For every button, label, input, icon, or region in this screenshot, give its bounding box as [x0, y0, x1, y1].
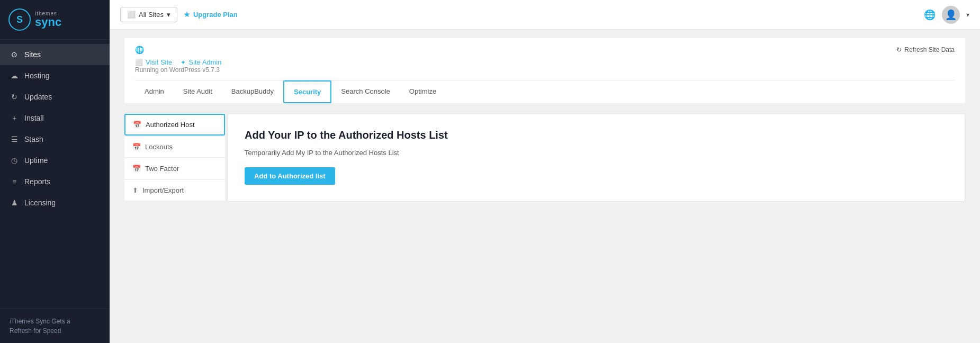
sidebar-item-stash[interactable]: ☰ Stash: [0, 129, 110, 150]
licensing-icon: ♟: [10, 198, 19, 207]
visit-site-label: Visit Site: [146, 58, 172, 66]
refresh-site-data-button[interactable]: ↻ Refresh Site Data: [896, 46, 955, 53]
sidebar-item-uptime-label: Uptime: [24, 156, 48, 165]
tab-optimize[interactable]: Optimize: [400, 81, 446, 103]
avatar-person-icon: 👤: [945, 9, 957, 21]
sidebar-item-sites[interactable]: ⊙ Sites: [0, 44, 110, 65]
authorized-host-label: Authorized Host: [146, 121, 195, 129]
sec-nav-lockouts[interactable]: 📅 Lockouts: [124, 137, 225, 157]
tab-site-audit[interactable]: Site Audit: [174, 81, 222, 103]
panel-title: Add Your IP to the Authorized Hosts List: [245, 129, 948, 141]
sidebar-item-stash-label: Stash: [24, 135, 43, 143]
site-admin-label: Site Admin: [188, 58, 221, 66]
site-globe-icon: 🌐: [135, 46, 144, 54]
logo-sync-text: sync: [35, 16, 61, 28]
site-globe-area: 🌐: [135, 46, 144, 54]
sidebar: S ithemes sync ⊙ Sites ☁ Hosting ↻ Updat…: [0, 0, 110, 343]
sidebar-item-updates[interactable]: ↻ Updates: [0, 86, 110, 107]
site-header-actions: ⬜ Visit Site ✦ Site Admin: [135, 58, 955, 66]
tabs-bar: Admin Site Audit BackupBuddy Security Se…: [135, 80, 955, 103]
two-factor-label: Two Factor: [145, 165, 179, 173]
sec-nav-two-factor[interactable]: 📅 Two Factor: [124, 158, 225, 179]
sidebar-item-sites-label: Sites: [24, 50, 41, 59]
sidebar-nav: ⊙ Sites ☁ Hosting ↻ Updates + Install ☰ …: [0, 40, 110, 309]
sec-nav-authorized-host[interactable]: 📅 Authorized Host: [124, 114, 225, 136]
security-sidebar: 📅 Authorized Host 📅 Lockouts 📅 Two Facto…: [124, 114, 225, 202]
site-admin-link[interactable]: ✦ Site Admin: [181, 58, 221, 66]
reports-icon: ≡: [10, 177, 19, 186]
tab-search-console[interactable]: Search Console: [331, 81, 400, 103]
dropdown-caret-icon: ▾: [167, 11, 170, 19]
sites-icon: ⊙: [10, 50, 19, 59]
updates-icon: ↻: [10, 92, 19, 102]
hosting-icon: ☁: [10, 71, 19, 80]
import-export-label: Import/Export: [142, 186, 184, 194]
refresh-label: Refresh Site Data: [904, 46, 955, 53]
sidebar-item-licensing[interactable]: ♟ Licensing: [0, 192, 110, 213]
sidebar-item-updates-label: Updates: [24, 93, 52, 101]
site-header: 🌐 ↻ Refresh Site Data ⬜ Visit Site ✦ Sit…: [124, 38, 965, 103]
user-dropdown-arrow[interactable]: ▾: [966, 11, 969, 19]
uptime-icon: ◷: [10, 156, 19, 165]
sidebar-item-reports-label: Reports: [24, 177, 50, 186]
content-area: 🌐 ↻ Refresh Site Data ⬜ Visit Site ✦ Sit…: [110, 30, 980, 343]
sidebar-item-hosting-label: Hosting: [24, 71, 49, 80]
sec-nav-import-export[interactable]: ⬆ Import/Export: [124, 180, 225, 201]
tab-admin[interactable]: Admin: [135, 81, 174, 103]
site-header-card: 🌐 ↻ Refresh Site Data ⬜ Visit Site ✦ Sit…: [124, 38, 965, 103]
sidebar-footer: iThemes Sync Gets a Refresh for Speed: [0, 309, 110, 343]
stash-icon: ☰: [10, 134, 19, 144]
tab-backupbuddy[interactable]: BackupBuddy: [222, 81, 283, 103]
security-body: 📅 Authorized Host 📅 Lockouts 📅 Two Facto…: [124, 103, 965, 202]
panel-subtitle: Temporarily Add My IP to the Authorized …: [245, 149, 948, 157]
visit-site-link[interactable]: ⬜ Visit Site: [135, 58, 172, 66]
upgrade-label: Upgrade Plan: [193, 11, 238, 19]
topbar: ⬜ All Sites ▾ ★ Upgrade Plan 🌐 👤 ▾: [110, 0, 980, 30]
browser-icon: ⬜: [127, 11, 136, 19]
logo-icon: S: [8, 8, 31, 31]
import-export-icon: ⬆: [132, 186, 138, 194]
security-panel: Add Your IP to the Authorized Hosts List…: [227, 114, 965, 202]
sidebar-item-hosting[interactable]: ☁ Hosting: [0, 65, 110, 86]
tab-security[interactable]: Security: [283, 80, 331, 103]
logo: S ithemes sync: [0, 0, 110, 40]
sidebar-item-reports[interactable]: ≡ Reports: [0, 171, 110, 192]
sidebar-item-install[interactable]: + Install: [0, 107, 110, 129]
visit-site-icon: ⬜: [135, 59, 143, 66]
svg-text:S: S: [16, 14, 23, 25]
all-sites-label: All Sites: [139, 11, 164, 19]
sidebar-item-install-label: Install: [24, 114, 44, 122]
authorized-host-icon: 📅: [133, 121, 141, 129]
two-factor-icon: 📅: [132, 165, 141, 173]
add-btn-label: Add to Authorized list: [254, 172, 326, 180]
sidebar-item-uptime[interactable]: ◷ Uptime: [0, 150, 110, 171]
topbar-left: ⬜ All Sites ▾ ★ Upgrade Plan: [120, 7, 238, 22]
lockouts-label: Lockouts: [145, 143, 173, 151]
site-header-top: 🌐 ↻ Refresh Site Data: [135, 46, 955, 54]
main-area: ⬜ All Sites ▾ ★ Upgrade Plan 🌐 👤 ▾ 🌐: [110, 0, 980, 343]
upgrade-plan-button[interactable]: ★ Upgrade Plan: [184, 11, 238, 19]
globe-icon[interactable]: 🌐: [924, 9, 936, 21]
wordpress-version: Running on WordPress v5.7.3: [135, 66, 955, 74]
lockouts-icon: 📅: [132, 143, 141, 151]
topbar-right: 🌐 👤 ▾: [924, 6, 969, 24]
add-to-authorized-list-button[interactable]: Add to Authorized list: [245, 167, 335, 185]
install-icon: +: [10, 113, 19, 123]
sidebar-item-licensing-label: Licensing: [24, 198, 56, 207]
star-icon: ★: [184, 11, 190, 19]
all-sites-button[interactable]: ⬜ All Sites ▾: [120, 7, 177, 22]
site-admin-icon: ✦: [181, 59, 186, 66]
avatar[interactable]: 👤: [942, 6, 960, 24]
refresh-icon: ↻: [896, 46, 902, 53]
